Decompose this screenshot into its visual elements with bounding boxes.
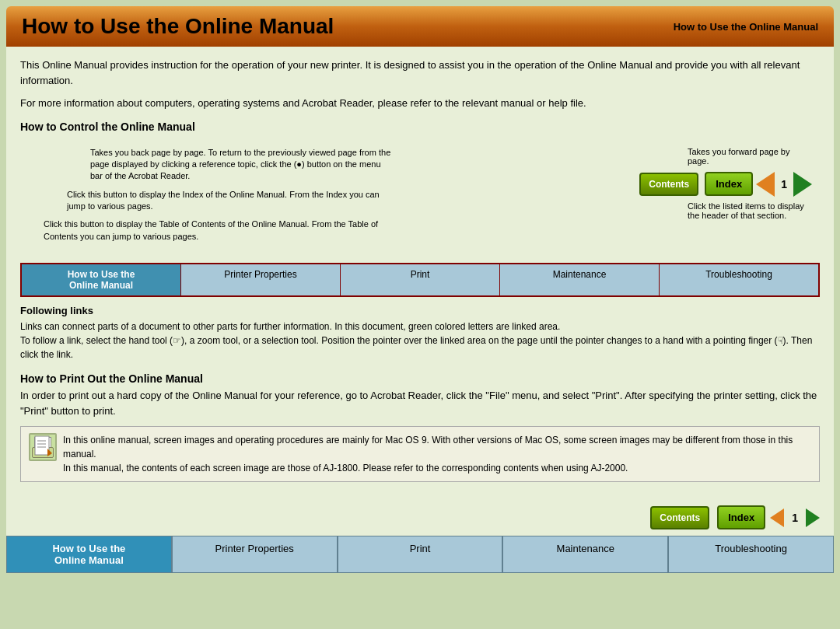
tab-demo-3[interactable]: Print xyxy=(341,264,500,295)
svg-rect-0 xyxy=(35,436,49,455)
bottom-controls: Contents Index 1 xyxy=(6,499,834,536)
annotation-contents: Click this button to display the Table o… xyxy=(44,218,394,243)
annotations-left: Takes you back page by page. To return t… xyxy=(20,147,394,250)
bottom-tab-4[interactable]: Maintenance xyxy=(502,536,668,573)
bottom-prev-button[interactable] xyxy=(770,508,784,527)
header-bar: How to Use the Online Manual How to Use … xyxy=(6,6,834,47)
control-diagram: Takes you back page by page. To return t… xyxy=(20,139,820,257)
main-content: This Online Manual provides instruction … xyxy=(6,47,834,499)
print-section-heading: How to Print Out the Online Manual xyxy=(20,372,820,385)
annotation-forward: Takes you forward page by page. xyxy=(688,147,812,166)
controls-right: Takes you forward page by page. Contents… xyxy=(639,147,812,226)
tab-demo-2[interactable]: Printer Properties xyxy=(181,264,341,295)
annotation-back: Takes you back page by page. To return t… xyxy=(90,147,394,183)
bottom-tab-bar: How to Use theOnline Manual Printer Prop… xyxy=(6,536,834,573)
page-title: How to Use the Online Manual xyxy=(22,14,334,39)
index-button[interactable]: Index xyxy=(705,172,753,196)
next-button[interactable] xyxy=(793,172,812,197)
annotation-listed: Click the listed items to display the he… xyxy=(688,201,812,220)
bottom-index-button[interactable]: Index xyxy=(717,505,765,529)
pencil-icon xyxy=(32,435,54,460)
header-subtitle: How to Use the Online Manual xyxy=(674,21,818,33)
following-links-text1: Links can connect parts of a document to… xyxy=(20,320,820,334)
following-links-text2: To follow a link, select the hand tool (… xyxy=(20,334,820,362)
tab-demo-1[interactable]: How to Use theOnline Manual xyxy=(22,264,181,295)
svg-marker-4 xyxy=(47,449,52,456)
tab-demo-4[interactable]: Maintenance xyxy=(500,264,660,295)
annotation-index: Click this button to display the Index o… xyxy=(67,189,394,213)
note-box: Note In this online manual, screen image… xyxy=(20,426,820,482)
bottom-contents-button[interactable]: Contents xyxy=(650,506,709,529)
intro-para2: For more information about computers, op… xyxy=(20,96,820,111)
bottom-tab-3[interactable]: Print xyxy=(338,536,503,573)
bottom-next-button[interactable] xyxy=(806,508,820,527)
note-line1: In this online manual, screen images and… xyxy=(63,433,811,461)
intro-para1: This Online Manual provides instruction … xyxy=(20,58,820,88)
note-text-content: In this online manual, screen images and… xyxy=(63,433,811,475)
following-links-heading: Following links xyxy=(20,305,820,316)
tab-demo-5[interactable]: Troubleshooting xyxy=(660,264,818,295)
note-icon: Note xyxy=(29,433,57,461)
bottom-tab-2[interactable]: Printer Properties xyxy=(172,536,338,573)
bottom-tab-5[interactable]: Troubleshooting xyxy=(668,536,834,573)
following-links-section: Following links Links can connect parts … xyxy=(20,305,820,362)
page-number: 1 xyxy=(781,178,787,190)
control-row: Contents Index 1 xyxy=(639,172,812,197)
bottom-page-number: 1 xyxy=(792,512,798,524)
print-section-text: In order to print out a hard copy of the… xyxy=(20,388,820,418)
note-line2: In this manual, the contents of each scr… xyxy=(63,461,811,475)
tab-nav-demo: How to Use theOnline Manual Printer Prop… xyxy=(20,263,820,297)
bottom-tab-1[interactable]: How to Use theOnline Manual xyxy=(6,536,172,573)
section-control: How to Control the Online Manual xyxy=(20,121,820,133)
prev-button[interactable] xyxy=(756,172,775,197)
contents-button[interactable]: Contents xyxy=(639,173,698,196)
